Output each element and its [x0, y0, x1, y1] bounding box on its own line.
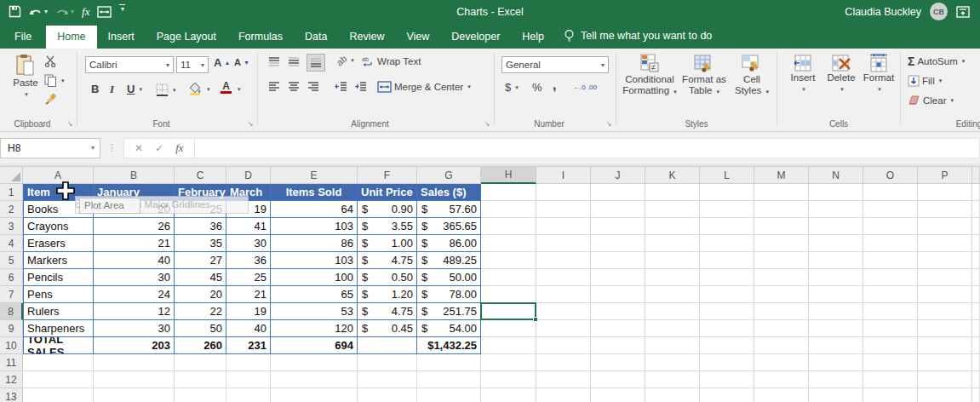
paste-button[interactable]: Paste ▾: [7, 54, 44, 100]
cell-P13[interactable]: [918, 388, 972, 402]
cell-K5[interactable]: [645, 252, 700, 269]
cell-D5[interactable]: 36: [226, 252, 271, 269]
cell-G5[interactable]: $489.25: [417, 252, 481, 269]
cell-N11[interactable]: [809, 354, 863, 371]
cell-L6[interactable]: [700, 269, 754, 286]
cell-K6[interactable]: [645, 269, 700, 286]
cell-N6[interactable]: [809, 269, 863, 286]
tab-home[interactable]: Home: [46, 26, 96, 49]
cell-K2[interactable]: [645, 201, 700, 218]
cell-I7[interactable]: [536, 286, 591, 303]
cell-I8[interactable]: [536, 303, 591, 320]
row-header-5[interactable]: 5: [0, 252, 23, 269]
align-left-button[interactable]: [268, 81, 280, 92]
cell-styles-button[interactable]: CellStyles ▾: [731, 54, 773, 97]
cell-N7[interactable]: [809, 286, 863, 303]
cell-N12[interactable]: [809, 371, 863, 388]
cell-C12[interactable]: [175, 371, 226, 388]
format-as-table-button[interactable]: Format asTable ▾: [679, 54, 729, 97]
tab-review[interactable]: Review: [338, 26, 395, 49]
cell-N4[interactable]: [809, 235, 863, 252]
decrease-font-button[interactable]: A▼: [234, 57, 249, 67]
cell-M8[interactable]: [754, 303, 809, 320]
tab-formulas[interactable]: Formulas: [227, 26, 294, 49]
row-header-13[interactable]: 13: [0, 388, 23, 402]
cell-M13[interactable]: [754, 388, 809, 402]
cell-A8[interactable]: Rulers: [23, 303, 94, 320]
select-all-corner[interactable]: [0, 167, 23, 184]
redo-button[interactable]: ▾: [55, 4, 74, 20]
cell-X12[interactable]: [972, 371, 980, 388]
cell-O6[interactable]: [863, 269, 918, 286]
cell-P6[interactable]: [918, 269, 972, 286]
cell-O12[interactable]: [863, 371, 918, 388]
tab-insert[interactable]: Insert: [97, 26, 146, 49]
cell-H7[interactable]: [481, 286, 536, 303]
cell-B5[interactable]: 40: [94, 252, 175, 269]
orientation-button[interactable]: ab ▾: [336, 55, 354, 66]
cell-N13[interactable]: [809, 388, 863, 402]
ribbon-display-options-icon[interactable]: [956, 6, 970, 18]
column-header-H[interactable]: H: [481, 167, 536, 184]
cell-O7[interactable]: [863, 286, 918, 303]
cell-K12[interactable]: [645, 371, 700, 388]
tab-developer[interactable]: Developer: [440, 26, 511, 49]
cell-E4[interactable]: 86: [271, 235, 358, 252]
cell-O5[interactable]: [863, 252, 918, 269]
cell-M11[interactable]: [754, 354, 809, 371]
cell-H5[interactable]: [481, 252, 536, 269]
cell-D8[interactable]: 19: [226, 303, 271, 320]
cell-O11[interactable]: [863, 354, 918, 371]
column-header-F[interactable]: F: [358, 167, 417, 184]
align-right-button[interactable]: [307, 81, 319, 92]
cell-G12[interactable]: [417, 371, 481, 388]
cell-K13[interactable]: [645, 388, 700, 402]
cell-J9[interactable]: [591, 320, 645, 337]
cell-D6[interactable]: 25: [226, 269, 271, 286]
cell-G3[interactable]: $365.65: [417, 218, 481, 235]
cell-P2[interactable]: [918, 201, 972, 218]
cell-P9[interactable]: [918, 320, 972, 337]
row-header-9[interactable]: 9: [0, 320, 23, 337]
conditional-formatting-button[interactable]: ≠ ConditionalFormatting ▾: [622, 54, 678, 97]
cell-P7[interactable]: [918, 286, 972, 303]
column-header-L[interactable]: L: [700, 167, 754, 184]
cell-K7[interactable]: [645, 286, 700, 303]
cell-D9[interactable]: 40: [226, 320, 271, 337]
cell-E12[interactable]: [271, 371, 358, 388]
cell-M6[interactable]: [754, 269, 809, 286]
cell-I4[interactable]: [536, 235, 591, 252]
number-format-select[interactable]: General ▾: [501, 56, 609, 73]
cell-X9[interactable]: [972, 320, 980, 337]
cell-C7[interactable]: 20: [175, 286, 226, 303]
cell-M10[interactable]: [754, 337, 809, 354]
cell-F13[interactable]: [358, 388, 417, 402]
cell-M5[interactable]: [754, 252, 809, 269]
fill-color-button[interactable]: ▾: [188, 83, 210, 95]
cell-X11[interactable]: [972, 354, 980, 371]
cell-J7[interactable]: [591, 286, 645, 303]
cell-J4[interactable]: [591, 235, 645, 252]
cell-P8[interactable]: [918, 303, 972, 320]
cell-G1[interactable]: Sales ($): [417, 184, 481, 201]
cell-O9[interactable]: [863, 320, 918, 337]
cell-E3[interactable]: 103: [271, 218, 358, 235]
cell-K3[interactable]: [645, 218, 700, 235]
undo-dropdown[interactable]: ▾: [44, 9, 48, 15]
cancel-icon[interactable]: ✕: [135, 142, 143, 154]
cell-O4[interactable]: [863, 235, 918, 252]
enter-icon[interactable]: ✓: [155, 142, 163, 154]
cell-O1[interactable]: [863, 184, 918, 201]
cell-J5[interactable]: [591, 252, 645, 269]
font-name-select[interactable]: Calibri ▾: [85, 56, 174, 73]
row-header-10[interactable]: 10: [0, 337, 23, 354]
cell-X13[interactable]: [972, 388, 980, 402]
cell-H13[interactable]: [481, 388, 536, 402]
increase-font-button[interactable]: A▲: [214, 56, 230, 69]
cell-L11[interactable]: [700, 354, 754, 371]
row-header-8[interactable]: 8: [0, 303, 23, 320]
cell-P12[interactable]: [918, 371, 972, 388]
cell-L12[interactable]: [700, 371, 754, 388]
cell-L3[interactable]: [700, 218, 754, 235]
row-header-11[interactable]: 11: [0, 354, 23, 371]
